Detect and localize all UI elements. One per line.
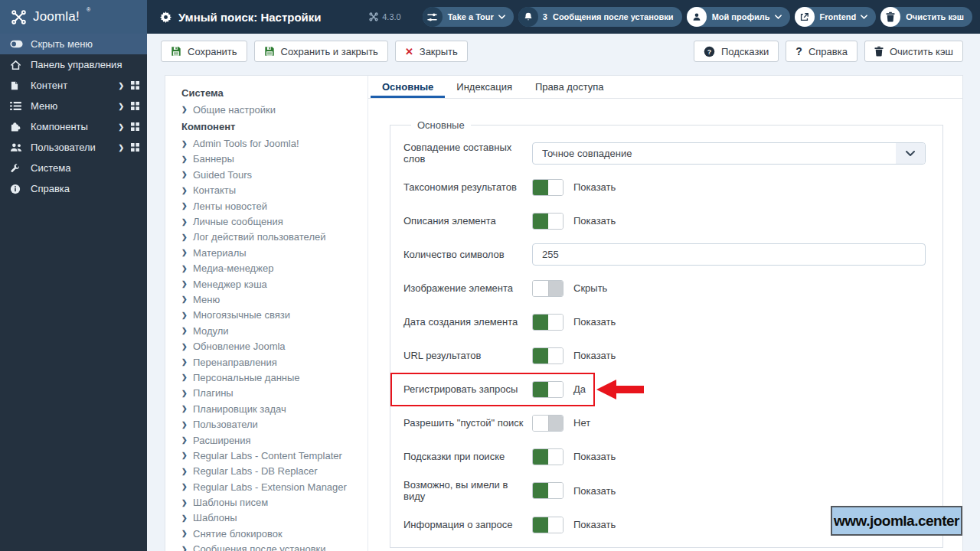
tree-item[interactable]: ❯Материалы (181, 245, 363, 260)
save-close-button[interactable]: Сохранить и закрыть (254, 41, 388, 62)
tree-item-label: Regular Labs - Extension Manager (193, 481, 347, 493)
chevron-right-icon[interactable]: ❯ (118, 82, 124, 90)
tree-item[interactable]: ❯Лог действий пользователей (181, 230, 363, 245)
tree-item[interactable]: ❯Личные сообщения (181, 214, 363, 229)
item-image-toggle[interactable] (532, 280, 564, 297)
tree-item[interactable]: ❯Шаблоны писем (181, 494, 363, 510)
chevron-right-icon[interactable]: ❯ (118, 123, 124, 131)
header-right: 4.3.0 Take a Tour3Сообщения после устано… (369, 7, 980, 27)
form-row-result-url: URL результатовПоказать (403, 344, 929, 367)
phrase-matching-select[interactable]: Точное совпадение (532, 142, 926, 165)
tree-item-label: Личные сообщения (193, 216, 283, 227)
help-button[interactable]: ?Справка (786, 41, 858, 62)
tree-item[interactable]: ❯Общие настройки (181, 102, 363, 117)
tab-indexing[interactable]: Индексация (445, 76, 524, 98)
tree-item[interactable]: ❯Regular Labs - DB Replacer (181, 464, 363, 479)
bell-icon (518, 7, 538, 27)
watermark-text: www.joomla.center (834, 513, 959, 530)
post-installation-messages-button[interactable]: 3Сообщения после установки (518, 7, 682, 27)
item-creation-date-toggle[interactable] (532, 314, 564, 331)
frontend-button[interactable]: Frontend (795, 7, 877, 27)
toggle-left-half (533, 281, 548, 296)
tree-item[interactable]: ❯Пользователи (181, 416, 363, 432)
clear-cache-button[interactable]: Очистить кэш (864, 41, 963, 62)
character-count-input[interactable] (532, 243, 926, 266)
tree-item[interactable]: ❯Модули (181, 323, 363, 338)
version-number: 4.3.0 (382, 12, 400, 21)
question-circle-icon: ? (704, 46, 715, 57)
tree-item[interactable]: ❯Многоязычные связи (181, 308, 363, 323)
tree-item[interactable]: ❯Меню (181, 292, 363, 307)
tree-item[interactable]: ❯Снятие блокировок (181, 526, 363, 541)
my-profile-button[interactable]: Мой профиль (687, 7, 790, 27)
take-a-tour-button[interactable]: Take a Tour (423, 7, 514, 27)
tab-general[interactable]: Основные (371, 76, 445, 98)
sidebar-item-dashboard[interactable]: Панель управления (0, 54, 147, 75)
sidebar-item-components[interactable]: Компоненты❯ (0, 116, 147, 137)
arrow-tail (616, 386, 644, 393)
chevron-right-icon[interactable]: ❯ (118, 103, 124, 110)
sidebar-item-content[interactable]: Контент❯ (0, 75, 147, 96)
sidebar-item-label: Система (31, 162, 70, 174)
tree-item[interactable]: ❯Медиа-менеджер (181, 261, 363, 276)
take-a-tour-label: Take a Tour (448, 12, 494, 21)
toggle-left-half (533, 483, 548, 498)
did-you-mean-toggle[interactable] (532, 482, 564, 499)
chevron-down-icon (498, 15, 505, 19)
tree-item[interactable]: ❯Менеджер кэша (181, 276, 363, 292)
tree-item[interactable]: ❯Regular Labs - Extension Manager (181, 479, 363, 494)
close-button[interactable]: ✕Закрыть (395, 41, 468, 62)
page-title: Умный поиск: Настройки (178, 11, 322, 24)
joomla-logo: Joomla! ® (0, 0, 147, 34)
sidebar-item-system[interactable]: Система (0, 158, 147, 178)
sidebar-item-controls: ❯ (118, 122, 139, 131)
chevron-right-icon: ❯ (181, 436, 193, 444)
toggle-left-half (533, 449, 548, 465)
sidebar-item-users[interactable]: Пользователи❯ (0, 137, 147, 158)
tree-item[interactable]: ❯Расширения (181, 432, 363, 448)
chevron-right-icon[interactable]: ❯ (118, 144, 124, 152)
tree-item-label: Снятие блокировок (193, 528, 283, 540)
form-row-character-count: Количество символов (403, 243, 929, 266)
frontend-label: Frontend (820, 12, 857, 21)
tree-item[interactable]: ❯Персональные данные (181, 370, 363, 385)
form-row-item-image: Изображение элементаСкрыть (403, 277, 929, 299)
form-row-search-suggestions: Подсказки при поискеПоказать (403, 445, 929, 468)
item-description-toggle[interactable] (532, 213, 564, 230)
tree-item[interactable]: ❯Regular Labs - Content Templater (181, 448, 363, 463)
tree-item[interactable]: ❯Плагины (181, 386, 363, 401)
tree-item[interactable]: ❯Admin Tools for Joomla! (181, 135, 363, 151)
save-button[interactable]: Сохранить (161, 41, 247, 62)
tree-item[interactable]: ❯Guided Tours (181, 167, 363, 182)
tree-item[interactable]: ❯Сообщения после установки (181, 542, 363, 551)
tree-item[interactable]: ❯Обновление Joomla (181, 338, 363, 354)
form-row-log-queries: Регистрировать запросыДа (403, 378, 929, 400)
character-count-label: Количество символов (403, 249, 532, 260)
allow-empty-search-toggle[interactable] (532, 415, 564, 432)
search-suggestions-toggle[interactable] (532, 448, 564, 465)
toggle-left-half (533, 348, 548, 364)
tree-item[interactable]: ❯Баннеры (181, 152, 363, 167)
clear-cache-button[interactable]: Очистить кэш (880, 7, 972, 27)
chevron-right-icon: ❯ (181, 546, 193, 551)
tree-item[interactable]: ❯Ленты новостей (181, 198, 363, 214)
chevron-right-icon: ❯ (181, 249, 193, 256)
tree-item[interactable]: ❯Планировщик задач (181, 401, 363, 416)
fieldset-legend: Основные (411, 119, 471, 131)
sidebar-item-help[interactable]: Справка (0, 178, 147, 199)
tree-item[interactable]: ❯Контакты (181, 183, 363, 198)
sidebar-item-menus[interactable]: Меню❯ (0, 96, 147, 116)
tree-item[interactable]: ❯Шаблоны (181, 510, 363, 526)
log-queries-toggle[interactable] (532, 381, 564, 398)
tree-item[interactable]: ❯Перенаправления (181, 354, 363, 370)
toggle-left-half (533, 517, 548, 533)
query-information-toggle[interactable] (532, 517, 564, 533)
joomla-logo-icon (11, 9, 27, 25)
result-url-toggle[interactable] (532, 347, 564, 364)
result-taxonomy-toggle[interactable] (532, 179, 564, 196)
sidebar-item-label: Контент (31, 80, 67, 91)
tab-permissions[interactable]: Права доступа (524, 76, 616, 98)
inline-help-button[interactable]: ?Подсказки (694, 41, 779, 62)
tree-item-label: Шаблоны писем (193, 497, 268, 508)
sidebar-item-hide-menu[interactable]: Скрыть меню (0, 34, 147, 54)
